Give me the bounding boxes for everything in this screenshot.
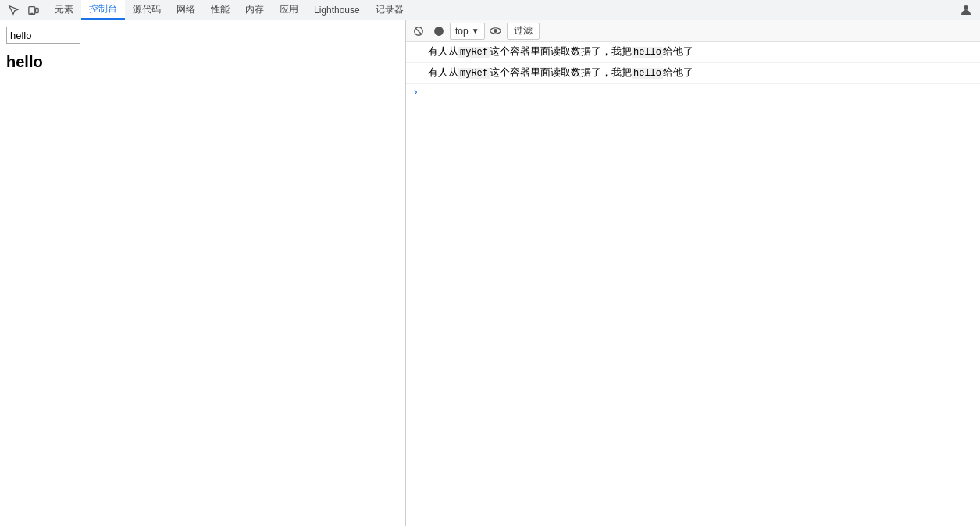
webpage-input[interactable] [6,27,80,44]
tab-performance[interactable]: 性能 [203,0,237,20]
tab-memory[interactable]: 内存 [237,0,272,20]
code-ref-myref-2: myRef [458,68,490,79]
eye-button[interactable] [486,22,505,41]
svg-point-11 [494,30,497,33]
console-line-2-text: 有人从myRef这个容器里面读取数据了，我把hello给他了 [428,66,974,81]
tab-lighthouse[interactable]: Lighthouse [306,0,368,20]
devtools-tab-bar: 元素 控制台 源代码 网络 性能 内存 应用 Lighthouse 记录器 [0,0,980,20]
webpage-hello-text: hello [6,53,399,71]
filter-toggle-button[interactable] [429,22,448,41]
code-ref-hello-1: hello [632,47,663,58]
tab-sources[interactable]: 源代码 [125,0,169,20]
tab-network[interactable]: 网络 [169,0,203,20]
main-area: hello top [0,20,980,526]
prompt-arrow-icon: › [412,86,419,98]
svg-point-3 [964,5,968,10]
clear-console-button[interactable] [409,22,428,41]
console-line-1: 有人从myRef这个容器里面读取数据了，我把hello给他了 [406,42,980,63]
svg-line-5 [416,28,422,34]
devtools-icons [3,0,44,20]
console-prompt-line[interactable]: › [406,84,980,101]
svg-rect-1 [36,8,39,12]
filter-label: 过滤 [514,24,533,37]
user-icon[interactable] [955,4,977,16]
tab-recorder[interactable]: 记录器 [368,0,412,20]
code-ref-myref-1: myRef [458,47,490,58]
device-mode-icon[interactable] [23,0,44,20]
filter-button[interactable]: 过滤 [507,23,540,40]
tab-elements[interactable]: 元素 [47,0,81,20]
console-line-2: 有人从myRef这个容器里面读取数据了，我把hello给他了 [406,63,980,84]
console-toolbar: top ▼ 过滤 [406,20,980,42]
inspect-icon[interactable] [3,0,23,20]
devtools-console-panel: top ▼ 过滤 有人从myRef这个容器里面读取数据了，我把hello给他了 [406,20,980,526]
console-line-1-text: 有人从myRef这个容器里面读取数据了，我把hello给他了 [428,44,974,60]
console-output: 有人从myRef这个容器里面读取数据了，我把hello给他了 有人从myRef这… [406,42,980,526]
code-ref-hello-2: hello [632,68,663,79]
context-selector-label: top [455,26,469,37]
tab-application[interactable]: 应用 [272,0,306,20]
chevron-down-icon: ▼ [472,27,479,35]
tab-console[interactable]: 控制台 [81,0,125,20]
context-selector[interactable]: top ▼ [450,23,485,40]
webpage-panel: hello [0,20,406,526]
